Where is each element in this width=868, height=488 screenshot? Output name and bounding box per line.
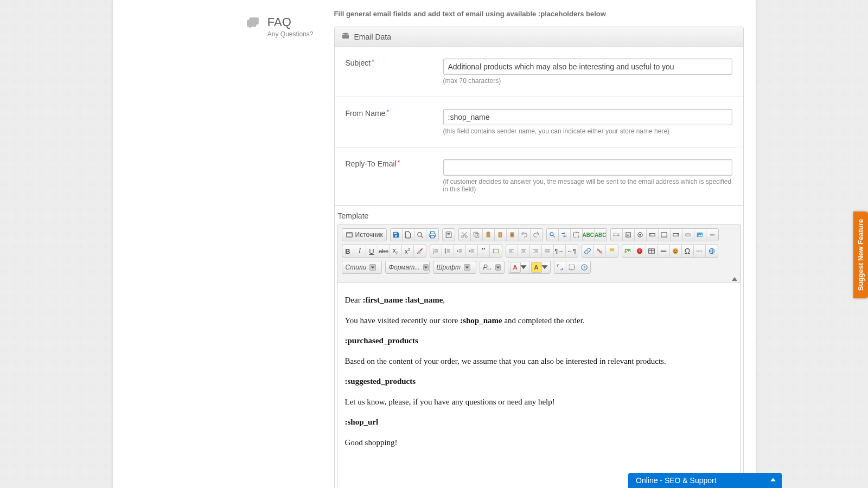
anchor-icon[interactable] <box>606 245 618 257</box>
svg-marker-86 <box>371 266 374 268</box>
chevron-up-icon <box>770 476 776 485</box>
replace-icon[interactable] <box>559 229 571 241</box>
align-right-icon[interactable] <box>530 245 542 257</box>
svg-rect-13 <box>487 232 490 237</box>
table-icon[interactable] <box>646 245 658 257</box>
svg-marker-88 <box>465 266 469 268</box>
svg-text:W: W <box>511 233 514 236</box>
svg-rect-92 <box>569 265 574 269</box>
panel-title: Email Data <box>354 33 391 41</box>
outdent-icon[interactable] <box>454 245 466 257</box>
font-combo[interactable]: Шрифт <box>433 261 476 274</box>
svg-rect-0 <box>346 233 352 237</box>
about-icon[interactable]: ? <box>578 261 590 273</box>
source-button[interactable]: Источник <box>342 229 386 241</box>
italic-icon[interactable]: I <box>354 245 366 257</box>
bold-icon[interactable]: B <box>342 245 354 257</box>
svg-rect-55 <box>493 249 498 253</box>
iframe-icon[interactable] <box>706 245 718 257</box>
input-subject[interactable] <box>443 59 732 75</box>
suggest-feature-tab[interactable]: Suggest New Feature <box>853 211 868 298</box>
svg-point-71 <box>626 250 627 251</box>
svg-marker-95 <box>770 478 776 481</box>
paste-icon[interactable] <box>483 229 495 241</box>
ol-icon[interactable]: 123 <box>430 245 442 257</box>
paste-text-icon[interactable]: T <box>495 229 507 241</box>
textfield-icon[interactable] <box>647 229 659 241</box>
maximize-icon[interactable] <box>554 261 566 273</box>
div-icon[interactable] <box>490 245 502 257</box>
faq-sublabel: Any Questions? <box>267 30 314 38</box>
format-combo[interactable]: Формат... <box>385 261 430 274</box>
strike-icon[interactable]: abc <box>378 245 390 257</box>
text-color-icon[interactable]: A <box>508 261 529 273</box>
input-reply-to[interactable] <box>443 159 732 176</box>
ltr-icon[interactable]: ¶→ <box>554 245 566 257</box>
new-page-icon[interactable] <box>403 229 414 241</box>
paste-word-icon[interactable]: W <box>507 229 519 241</box>
superscript-icon[interactable]: x2 <box>402 245 414 257</box>
align-justify-icon[interactable] <box>542 245 554 257</box>
smiley-icon[interactable] <box>670 245 682 257</box>
copy-icon[interactable] <box>471 229 483 241</box>
subscript-icon[interactable]: x2 <box>390 245 402 257</box>
image-button-icon[interactable] <box>694 229 706 241</box>
chevron-down-icon <box>495 264 501 271</box>
align-center-icon[interactable] <box>518 245 530 257</box>
image-icon[interactable] <box>622 245 634 257</box>
svg-rect-33 <box>710 234 714 236</box>
flash-icon[interactable]: f <box>634 245 646 257</box>
preview-icon[interactable] <box>414 229 426 241</box>
form-icon[interactable] <box>611 229 623 241</box>
label-reply-to: Reply-To Email* <box>346 159 443 193</box>
chat-label: Online - SEO & Support <box>636 476 717 485</box>
svg-line-20 <box>553 235 555 237</box>
radio-icon[interactable] <box>635 229 647 241</box>
size-combo[interactable]: Р... <box>480 261 505 274</box>
email-data-panel: Email Data Subject* (max 70 characters) <box>334 27 744 488</box>
svg-point-79 <box>673 248 679 254</box>
svg-point-41 <box>445 248 446 249</box>
undo-icon[interactable] <box>519 229 531 241</box>
checkbox-icon[interactable] <box>623 229 635 241</box>
underline-icon[interactable]: U <box>366 245 378 257</box>
spellcheck-dd-icon[interactable]: ABC <box>595 229 607 241</box>
textarea-icon[interactable] <box>659 229 671 241</box>
panel-header: Email Data <box>335 27 743 47</box>
select-all-icon[interactable] <box>571 229 583 241</box>
sidebar: FAQ Any Questions? <box>113 0 329 488</box>
spellcheck-icon[interactable]: ABC <box>583 229 595 241</box>
unlink-icon[interactable] <box>594 245 606 257</box>
svg-rect-11 <box>475 234 479 237</box>
bg-color-icon[interactable]: A <box>529 261 550 273</box>
styles-combo[interactable]: Стили <box>342 261 382 274</box>
sidebar-item-faq[interactable]: FAQ Any Questions? <box>113 16 314 38</box>
ul-icon[interactable] <box>442 245 454 257</box>
cut-icon[interactable] <box>459 229 471 241</box>
input-from-name[interactable] <box>443 109 732 125</box>
specialchar-icon[interactable]: Ω <box>682 245 694 257</box>
pagebreak-icon[interactable] <box>694 245 706 257</box>
toolbar-collapse[interactable] <box>337 277 741 282</box>
redo-icon[interactable] <box>531 229 542 241</box>
templates-icon[interactable] <box>443 229 455 241</box>
indent-icon[interactable] <box>466 245 478 257</box>
show-blocks-icon[interactable] <box>566 261 578 273</box>
clearformat-icon[interactable] <box>414 245 426 257</box>
link-icon[interactable] <box>582 245 594 257</box>
rtl-icon[interactable]: ←¶ <box>566 245 578 257</box>
hr-icon[interactable] <box>658 245 670 257</box>
button-field-icon[interactable] <box>682 229 694 241</box>
align-left-icon[interactable] <box>506 245 518 257</box>
blockquote-icon[interactable]: ” <box>478 245 490 257</box>
hidden-field-icon[interactable] <box>706 229 718 241</box>
find-icon[interactable] <box>547 229 559 241</box>
print-icon[interactable] <box>426 229 438 241</box>
select-field-icon[interactable] <box>671 229 682 241</box>
save-icon[interactable] <box>391 229 403 241</box>
support-chat-bar[interactable]: Online - SEO & Support <box>628 473 782 488</box>
editor-content[interactable]: Dear :first_name :last_name, You have vi… <box>337 282 741 488</box>
toolbar-row-2: B I U abc x2 x2 123 <box>337 241 741 258</box>
chevron-down-icon <box>423 264 429 271</box>
svg-marker-90 <box>520 265 526 269</box>
